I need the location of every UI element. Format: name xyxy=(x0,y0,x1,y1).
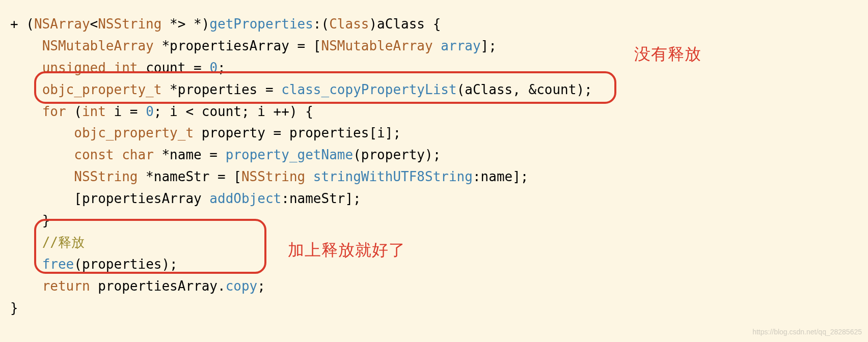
msg-addobject: addObject xyxy=(209,191,281,206)
sp xyxy=(114,147,122,162)
indent xyxy=(10,147,74,162)
code-text: *name = xyxy=(154,147,226,162)
code-text: ; i < count; i ++) { xyxy=(154,104,313,119)
code-text: (properties); xyxy=(74,256,178,272)
sp xyxy=(433,38,441,53)
msg-array: array xyxy=(441,38,480,53)
type-nsmutablearray: NSMutableArray xyxy=(321,38,433,53)
code-text: i = xyxy=(106,104,146,119)
code-text: (property); xyxy=(353,147,441,162)
type-class: Class xyxy=(329,16,369,32)
code-text: *properties = xyxy=(161,82,281,97)
prop-copy: copy xyxy=(226,278,258,294)
code-text: *nameStr = [ xyxy=(138,169,241,184)
comment-release: //释放 xyxy=(42,235,85,250)
fn-free: free xyxy=(42,256,74,272)
code-text: :name]; xyxy=(473,169,529,184)
brace-close: } xyxy=(42,213,50,228)
msg-stringwithutf8string: stringWithUTF8String xyxy=(313,169,473,184)
code-text: ; xyxy=(218,60,226,75)
method-name: getProperties xyxy=(209,16,313,32)
code-text: ]; xyxy=(481,38,497,53)
code-text: < xyxy=(90,16,98,32)
indent xyxy=(10,38,42,53)
kw-unsigned: unsigned xyxy=(42,60,106,75)
indent xyxy=(10,256,42,272)
kw-return: return xyxy=(42,278,90,294)
num-zero: 0 xyxy=(209,60,218,75)
indent xyxy=(10,213,42,228)
code-text: + ( xyxy=(10,16,34,32)
kw-char: char xyxy=(122,147,154,162)
indent xyxy=(10,82,42,97)
watermark: https://blog.csdn.net/qq_28285625 xyxy=(752,326,862,338)
code-text: )aClass { xyxy=(369,16,441,32)
code-text: [propertiesArray xyxy=(74,191,209,206)
code-text: property = properties[i]; xyxy=(194,125,401,140)
kw-int: int xyxy=(114,60,138,75)
type-objc-property-t: objc_property_t xyxy=(74,125,194,140)
kw-int: int xyxy=(82,104,106,119)
code-text: *> *) xyxy=(161,16,209,32)
code-text: ; xyxy=(257,278,265,294)
indent xyxy=(10,104,42,119)
code-text: (aClass, &count); xyxy=(457,82,592,97)
indent xyxy=(10,278,42,294)
code-text: :nameStr]; xyxy=(281,191,361,206)
code-text: :( xyxy=(313,16,329,32)
kw-const: const xyxy=(74,147,114,162)
indent xyxy=(10,191,74,206)
code-block: + (NSArray<NSString *> *)getProperties:(… xyxy=(10,13,592,319)
kw-for: for xyxy=(42,104,66,119)
code-text: *propertiesArray = [ xyxy=(154,38,321,53)
type-nsstring: NSString xyxy=(74,169,138,184)
sp xyxy=(305,169,313,184)
type-nsmutablearray: NSMutableArray xyxy=(42,38,154,53)
indent xyxy=(10,169,74,184)
indent xyxy=(10,60,42,75)
indent xyxy=(10,235,42,250)
brace-close: } xyxy=(10,300,18,316)
sp xyxy=(106,60,114,75)
code-text: count = xyxy=(138,60,209,75)
indent xyxy=(10,125,74,140)
fn-class-copypropertylist: class_copyPropertyList xyxy=(281,82,456,97)
type-nsstring: NSString xyxy=(241,169,305,184)
num-zero: 0 xyxy=(146,104,154,119)
annotation-add-release: 加上释放就好了 xyxy=(288,237,405,264)
fn-property-getname: property_getName xyxy=(226,147,353,162)
type-objc-property-t: objc_property_t xyxy=(42,82,162,97)
type-nsarray: NSArray xyxy=(34,16,90,32)
type-nsstring: NSString xyxy=(98,16,161,32)
code-text: ( xyxy=(66,104,82,119)
annotation-no-release: 没有释放 xyxy=(634,41,701,68)
code-text: propertiesArray. xyxy=(90,278,226,294)
